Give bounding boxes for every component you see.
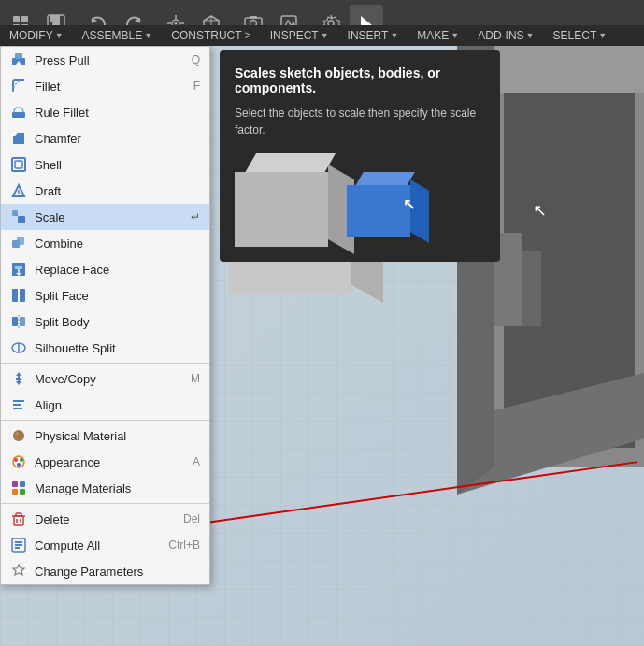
rule-fillet-icon: [10, 104, 27, 121]
draft-label: Draft: [35, 184, 200, 198]
svg-point-63: [17, 463, 21, 467]
svg-rect-1: [21, 16, 28, 22]
press-pull-icon: [10, 51, 27, 68]
manage-materials-label: Manage Materials: [35, 481, 200, 495]
menu-make[interactable]: MAKE ▼: [408, 25, 468, 46]
svg-rect-68: [14, 516, 23, 525]
toolbar: MODIFY ▼ ASSEMBLE ▼ CONSTRUCT > INSPECT …: [0, 0, 644, 46]
menu-item-split-face[interactable]: Split Face: [1, 282, 209, 309]
menu-item-chamfer[interactable]: Chamfer: [1, 125, 209, 151]
menu-item-compute-all[interactable]: Compute All Ctrl+B: [1, 532, 209, 558]
fillet-label: Fillet: [35, 79, 186, 93]
change-parameters-label: Change Parameters: [35, 565, 200, 579]
cursor-on-cube: ↖: [533, 200, 547, 221]
svg-rect-5: [50, 15, 60, 22]
separator-1: [1, 363, 209, 364]
svg-point-61: [14, 458, 18, 462]
menu-construct[interactable]: CONSTRUCT >: [162, 25, 260, 46]
menu-item-scale[interactable]: Scale ↵: [1, 204, 209, 230]
scale-check: ↵: [191, 210, 200, 223]
align-label: Align: [35, 398, 200, 412]
svg-rect-33: [12, 112, 25, 118]
menu-item-replace-face[interactable]: Replace Face: [1, 256, 209, 282]
menu-item-physical-material[interactable]: Physical Material: [1, 423, 209, 449]
make-arrow: ▼: [451, 31, 459, 40]
appearance-label: Appearance: [35, 455, 185, 469]
toolbar-menus: MODIFY ▼ ASSEMBLE ▼ CONSTRUCT > INSPECT …: [0, 25, 644, 46]
change-parameters-icon: [10, 563, 27, 580]
tooltip-box-front: [235, 172, 328, 247]
svg-rect-42: [17, 237, 24, 245]
draft-icon: [10, 182, 27, 199]
press-pull-shortcut: Q: [192, 53, 200, 66]
shell-label: Shell: [35, 158, 200, 172]
menu-addins[interactable]: ADD-INS ▼: [468, 25, 543, 46]
menu-item-fillet[interactable]: Fillet F: [1, 73, 209, 99]
menu-item-change-parameters[interactable]: Change Parameters: [1, 558, 209, 584]
delete-shortcut: Del: [183, 512, 200, 525]
modify-arrow: ▼: [55, 31, 64, 40]
svg-rect-38: [18, 216, 25, 223]
tooltip-cursor-arrow: ↖: [403, 195, 415, 213]
menu-item-draft[interactable]: Draft: [1, 178, 209, 204]
menu-item-shell[interactable]: Shell: [1, 151, 209, 178]
split-face-label: Split Face: [35, 289, 200, 303]
move-copy-label: Move/Copy: [35, 372, 183, 386]
svg-rect-72: [16, 513, 21, 516]
svg-rect-49: [12, 317, 18, 326]
replace-face-label: Replace Face: [35, 263, 200, 277]
svg-rect-67: [20, 489, 25, 495]
menu-insert[interactable]: INSERT ▼: [338, 25, 408, 46]
menu-item-split-body[interactable]: Split Body: [1, 309, 209, 335]
tooltip-description: Select the objects to scale then specify…: [235, 105, 485, 138]
menu-item-align[interactable]: Align: [1, 392, 209, 418]
svg-rect-50: [20, 317, 25, 326]
svg-rect-57: [13, 408, 22, 409]
menu-assemble[interactable]: ASSEMBLE ▼: [73, 25, 163, 46]
svg-point-59: [15, 432, 19, 436]
menu-inspect[interactable]: INSPECT ▼: [261, 25, 338, 46]
combine-label: Combine: [35, 237, 200, 251]
compute-all-label: Compute All: [35, 538, 161, 553]
svg-rect-56: [13, 404, 21, 406]
svg-rect-0: [13, 16, 20, 22]
svg-rect-55: [13, 400, 24, 402]
svg-rect-44: [15, 266, 22, 269]
menu-select[interactable]: SELECT ▼: [544, 25, 617, 46]
chamfer-label: Chamfer: [35, 132, 200, 146]
svg-rect-65: [20, 481, 25, 487]
dropdown-menu: Press Pull Q Fillet F Rule Fillet Chamfe…: [0, 46, 210, 585]
move-copy-icon: [10, 370, 27, 387]
chamfer-icon: [10, 130, 27, 147]
split-body-icon: [10, 313, 27, 330]
menu-modify[interactable]: MODIFY ▼: [0, 25, 73, 46]
svg-marker-54: [16, 372, 21, 385]
menu-item-combine[interactable]: Combine: [1, 230, 209, 256]
scale-label: Scale: [35, 210, 179, 224]
fillet-icon: [10, 78, 27, 94]
compute-all-shortcut: Ctrl+B: [168, 538, 200, 552]
menu-item-rule-fillet[interactable]: Rule Fillet: [1, 99, 209, 125]
assemble-arrow: ▼: [144, 31, 152, 40]
menu-item-move-copy[interactable]: Move/Copy M: [1, 366, 209, 392]
replace-face-icon: [10, 261, 27, 278]
menu-item-delete[interactable]: Delete Del: [1, 506, 209, 532]
menu-item-silhouette-split[interactable]: Silhouette Split: [1, 335, 209, 361]
tooltip-small-box: [235, 153, 328, 247]
separator-2: [1, 420, 209, 421]
svg-rect-28: [522, 251, 541, 326]
split-face-icon: [10, 287, 27, 304]
split-body-label: Split Body: [35, 315, 200, 329]
tooltip-images: ↖: [235, 153, 485, 247]
svg-marker-29: [494, 46, 644, 93]
svg-rect-20: [250, 16, 257, 19]
menu-item-manage-materials[interactable]: Manage Materials: [1, 475, 209, 501]
scale-icon: [10, 208, 27, 225]
appearance-shortcut: A: [193, 455, 200, 468]
svg-rect-35: [15, 161, 22, 168]
select-arrow: ▼: [598, 31, 607, 40]
menu-item-appearance[interactable]: Appearance A: [1, 449, 209, 475]
delete-label: Delete: [35, 512, 176, 526]
menu-item-press-pull[interactable]: Press Pull Q: [1, 47, 209, 73]
svg-rect-34: [12, 158, 25, 171]
